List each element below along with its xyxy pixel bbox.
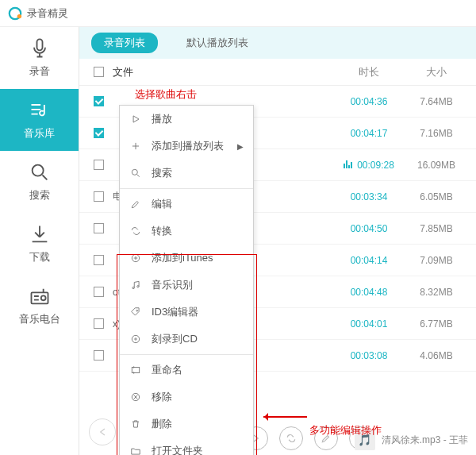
tab-recording-list[interactable]: 录音列表 [91,33,158,53]
menu-item-tag[interactable]: ID3编辑器 [120,299,253,326]
row-size: 6.05MB [405,191,468,202]
sidebar-item-radio[interactable]: 音乐电台 [0,275,79,337]
row-duration: 00:04:48 [333,287,405,298]
menu-item-label: 搜索 [152,166,172,180]
menu-item-remove[interactable]: 移除 [120,384,253,411]
tab-default-playlist[interactable]: 默认播放列表 [174,33,261,53]
menu-item-trash[interactable]: 删除 [120,411,253,438]
note-icon [129,279,142,291]
row-checkbox[interactable] [87,287,109,297]
row-size: 8.32MB [405,287,468,298]
svg-point-11 [135,338,136,340]
row-checkbox[interactable] [87,223,109,233]
svg-point-7 [132,287,134,288]
row-duration: 00:04:01 [333,318,405,330]
menu-item-plus[interactable]: 添加到播放列表▶ [120,133,253,160]
now-playing-text: 清风徐来.mp3 - 王菲 [382,434,468,447]
sidebar-item-label: 下载 [29,250,50,264]
list-header: 文件 时长 大小 [79,59,476,86]
svg-point-10 [132,335,139,342]
menu-item-note[interactable]: 音乐识别 [120,272,253,299]
sidebar-item-label: 搜索 [29,188,50,202]
app-logo-icon [8,6,22,21]
sidebar-item-label: 音乐库 [24,126,55,141]
remove-icon [129,391,142,403]
row-checkbox[interactable] [87,160,109,170]
row-checkbox[interactable] [87,350,109,361]
menu-item-label: 删除 [152,417,172,431]
row-duration: 00:04:50 [333,223,405,234]
row-duration: 00:04:17 [333,128,405,139]
menu-item-circle-plus[interactable]: 添加到iTunes [120,245,253,272]
column-duration[interactable]: 时长 [333,65,405,79]
row-size: 4.06MB [405,350,468,361]
menu-item-folder[interactable]: 打开文件夹 [120,438,253,455]
row-duration: 00:03:08 [333,350,405,361]
svg-point-5 [132,169,137,175]
menu-separator [120,188,253,189]
row-size: 7.64MB [405,96,468,107]
svg-point-9 [136,310,138,311]
music-list-icon [29,99,51,121]
rename-icon [129,364,142,376]
row-size: 7.85MB [405,223,468,234]
search-icon [129,167,142,179]
row-size: 6.77MB [405,318,468,330]
row-duration: 00:09:28 [333,159,405,171]
tag-icon [129,306,142,318]
album-art-icon: 🎵 [355,430,375,450]
repeat-icon-button[interactable] [279,426,303,450]
menu-item-label: ID3编辑器 [152,305,198,319]
header-checkbox[interactable] [87,67,109,77]
row-checkbox[interactable] [87,191,109,202]
menu-item-label: 添加到播放列表 [152,139,224,153]
menu-item-label: 编辑 [152,197,172,211]
playing-indicator-icon [344,159,352,168]
radio-icon [29,285,51,307]
menu-item-search[interactable]: 搜索 [120,160,253,187]
row-checkbox[interactable] [87,318,109,329]
sidebar-item-label: 音乐电台 [19,312,60,326]
menu-item-refresh[interactable]: 转换 [120,218,253,245]
row-checkbox[interactable] [87,255,109,265]
now-playing[interactable]: 🎵 清风徐来.mp3 - 王菲 [355,430,468,450]
tabs: 录音列表 默认播放列表 [79,27,476,59]
row-checkbox[interactable] [87,96,109,106]
pencil-icon [129,198,142,210]
play-icon [129,113,142,125]
title-bar: 录音精灵 [0,0,476,27]
column-file[interactable]: 文件 [109,65,333,79]
refresh-icon [129,225,142,237]
row-size: 7.16MB [405,128,468,139]
menu-item-label: 转换 [152,224,172,238]
sidebar-item-search[interactable]: 搜索 [0,151,79,213]
app-title: 录音精灵 [27,6,68,21]
sidebar-item-label: 录音 [29,64,50,79]
annotation-arrow-icon [263,416,307,418]
menu-separator [120,354,253,355]
submenu-arrow-icon: ▶ [237,142,244,151]
menu-item-label: 播放 [152,112,172,126]
row-size: 16.09MB [405,160,468,171]
sidebar-item-record[interactable]: 录音 [0,27,79,89]
circle-plus-icon [129,252,142,264]
row-size: 7.09MB [405,255,468,266]
menu-item-play[interactable]: 播放 [120,106,253,133]
column-size[interactable]: 大小 [405,65,468,79]
menu-item-label: 添加到iTunes [152,251,213,265]
prev-button[interactable] [89,418,116,445]
menu-item-disc[interactable]: 刻录到CD [120,326,253,353]
edit-icon-button[interactable] [314,426,338,450]
sidebar-item-library[interactable]: 音乐库 [0,89,79,151]
sidebar: 录音 音乐库 搜索 下载 音乐电台 [0,27,79,455]
sidebar-item-download[interactable]: 下载 [0,213,79,275]
content-area: 录音列表 默认播放列表 文件 时长 大小 00:04:367.64MB00:04… [79,27,476,455]
menu-item-rename[interactable]: 重命名 [120,357,253,384]
folder-icon [129,445,142,455]
menu-item-label: 打开文件夹 [152,444,203,455]
microphone-icon [29,37,51,60]
menu-item-pencil[interactable]: 编辑 [120,191,253,218]
row-checkbox[interactable] [87,128,109,138]
menu-item-label: 重命名 [152,363,182,377]
plus-icon [129,140,142,152]
